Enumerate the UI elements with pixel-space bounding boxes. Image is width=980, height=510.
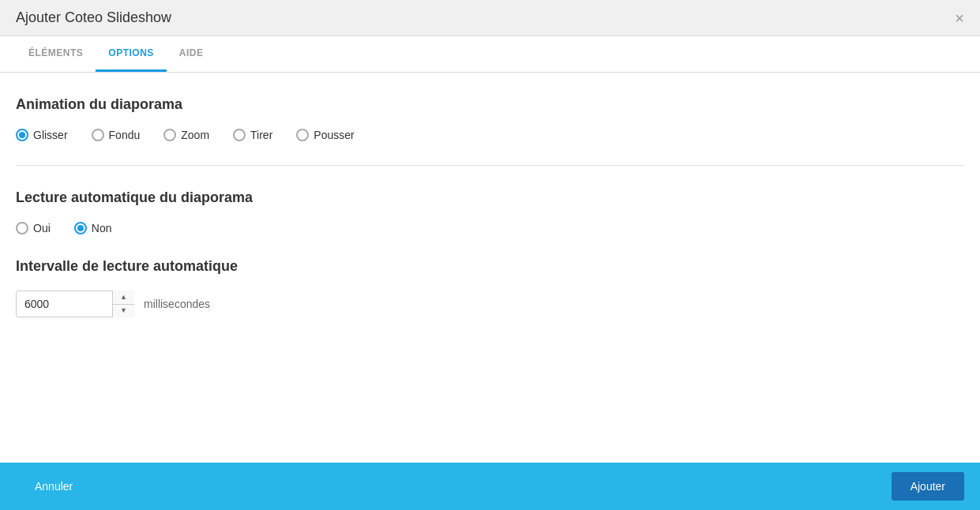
interval-spinner: ▲ ▼ bbox=[112, 291, 134, 317]
autoplay-radio-group: Oui Non bbox=[16, 222, 964, 234]
tab-aide[interactable]: AIDE bbox=[167, 36, 216, 72]
radio-oui[interactable] bbox=[16, 222, 28, 234]
radio-option-fondu[interactable]: Fondu bbox=[92, 129, 141, 141]
radio-option-tirer[interactable]: Tirer bbox=[233, 129, 272, 141]
interval-input-group: ▲ ▼ millisecondes bbox=[16, 291, 964, 317]
tab-elements[interactable]: ÉLÉMENTS bbox=[16, 36, 96, 72]
radio-option-oui[interactable]: Oui bbox=[16, 222, 51, 234]
interval-input-wrapper: ▲ ▼ bbox=[16, 291, 134, 317]
modal-footer: Annuler Ajouter bbox=[0, 463, 980, 510]
radio-tirer[interactable] bbox=[233, 129, 246, 141]
autoplay-section: Lecture automatique du diaporama Oui Non bbox=[16, 189, 964, 234]
radio-option-non[interactable]: Non bbox=[74, 222, 112, 234]
animation-title: Animation du diaporama bbox=[16, 96, 964, 113]
interval-section: Intervalle de lecture automatique ▲ ▼ mi… bbox=[16, 258, 964, 317]
modal-header: Ajouter Coteo Slideshow × bbox=[0, 0, 980, 36]
radio-option-glisser[interactable]: Glisser bbox=[16, 129, 68, 141]
interval-title: Intervalle de lecture automatique bbox=[16, 258, 964, 275]
radio-zoom[interactable] bbox=[163, 129, 176, 141]
modal-tabs: ÉLÉMENTS OPTIONS AIDE bbox=[0, 36, 980, 73]
animation-radio-group: Glisser Fondu Zoom Tirer Pousser bbox=[16, 129, 964, 141]
spinner-up-button[interactable]: ▲ bbox=[113, 291, 134, 305]
radio-glisser[interactable] bbox=[16, 129, 28, 141]
spinner-down-button[interactable]: ▼ bbox=[113, 305, 134, 318]
cancel-button[interactable]: Annuler bbox=[16, 472, 92, 501]
divider-1 bbox=[16, 165, 964, 166]
autoplay-title: Lecture automatique du diaporama bbox=[16, 189, 964, 206]
radio-option-pousser[interactable]: Pousser bbox=[296, 129, 354, 141]
radio-option-zoom[interactable]: Zoom bbox=[163, 129, 209, 141]
animation-section: Animation du diaporama Glisser Fondu Zoo… bbox=[16, 96, 964, 141]
interval-unit: millisecondes bbox=[144, 298, 210, 310]
radio-non[interactable] bbox=[74, 222, 87, 234]
tab-options[interactable]: OPTIONS bbox=[96, 36, 167, 72]
radio-fondu[interactable] bbox=[92, 129, 104, 141]
close-button[interactable]: × bbox=[955, 10, 964, 26]
modal-container: Ajouter Coteo Slideshow × ÉLÉMENTS OPTIO… bbox=[0, 0, 980, 510]
add-button[interactable]: Ajouter bbox=[892, 472, 964, 501]
modal-body: Animation du diaporama Glisser Fondu Zoo… bbox=[0, 73, 980, 463]
radio-pousser[interactable] bbox=[296, 129, 309, 141]
modal-title: Ajouter Coteo Slideshow bbox=[16, 9, 171, 26]
